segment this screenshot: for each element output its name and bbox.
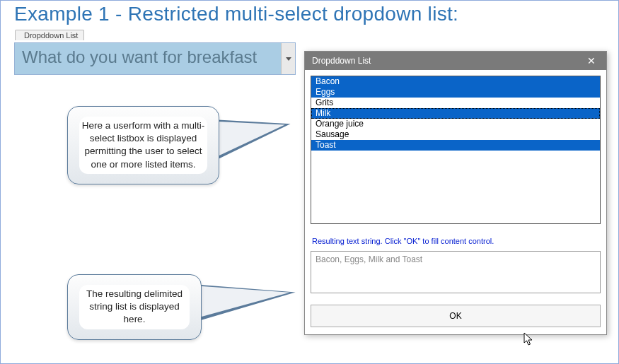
dropdown-toggle-button[interactable]	[281, 43, 295, 74]
callout-tail	[195, 283, 291, 319]
page-title: Example 1 - Restricted multi-select drop…	[14, 3, 458, 25]
content-control-tab: Dropddown List	[15, 30, 84, 40]
ok-button[interactable]: OK	[311, 305, 601, 327]
close-button[interactable]: ✕	[581, 55, 602, 66]
list-item[interactable]: Grits	[311, 98, 600, 108]
dialog-title: Dropddown List	[312, 56, 371, 66]
dialog-titlebar[interactable]: Dropddown List ✕	[305, 52, 606, 70]
list-item[interactable]: Orange juice	[311, 119, 600, 129]
list-item[interactable]: Milk	[311, 108, 600, 119]
content-control-text: What do you want for breakfast	[15, 43, 281, 74]
content-control-dropdown[interactable]: ⋮⋮ Dropddown List What do you want for b…	[14, 42, 296, 75]
callout-text: Here a userform with a multi-select list…	[79, 117, 207, 174]
list-item[interactable]: Sausage	[311, 129, 600, 140]
list-item[interactable]: Eggs	[311, 87, 600, 98]
dropdown-dialog: Dropddown List ✕ BaconEggsGritsMilkOrang…	[304, 51, 607, 335]
multiselect-listbox[interactable]: BaconEggsGritsMilkOrange juiceSausageToa…	[311, 76, 601, 224]
chevron-down-icon	[286, 57, 291, 61]
hint-text: Resulting text string. Click "OK" to fil…	[312, 237, 599, 245]
callout-result-note: The resulting delimited string list is d…	[67, 274, 202, 340]
list-item[interactable]: Toast	[311, 140, 600, 151]
ok-button-label: OK	[314, 310, 597, 322]
callout-text: The resulting delimited string list is d…	[79, 285, 190, 329]
callout-tail	[211, 114, 288, 158]
callout-listbox-note: Here a userform with a multi-select list…	[67, 106, 219, 184]
result-textbox[interactable]: Bacon, Eggs, Milk and Toast	[311, 251, 601, 293]
list-item[interactable]: Bacon	[311, 76, 600, 87]
